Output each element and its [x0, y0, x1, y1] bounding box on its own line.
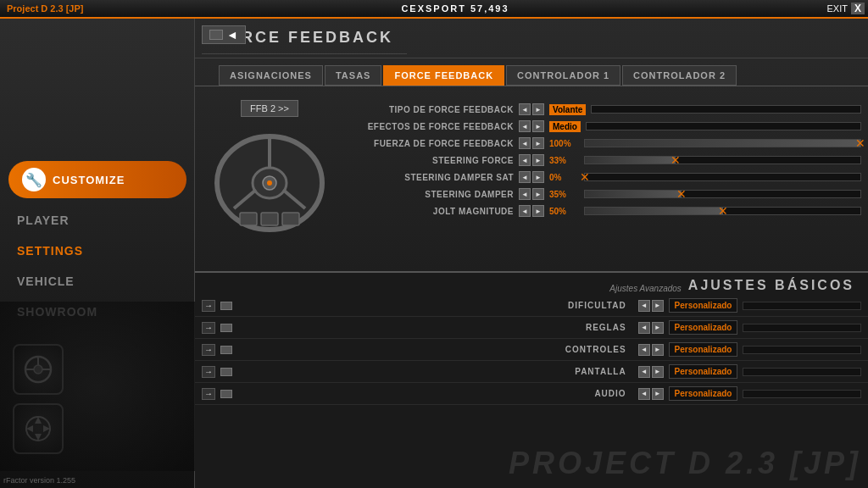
- slider-label-efectos: EFECTOS DE FORCE FEEDBACK: [344, 122, 514, 131]
- controles-right[interactable]: ►: [652, 344, 664, 356]
- customize-label: CUSTOMIZE: [53, 174, 125, 186]
- tab-asignaciones[interactable]: ASIGNACIONES: [219, 65, 323, 86]
- audio-left[interactable]: ◄: [638, 388, 650, 400]
- project-d-watermark: PROJECT D 2.3 [JP]: [509, 446, 861, 481]
- ajustes-arrows-audio: ◄ ►: [638, 388, 664, 400]
- app-title: Project D 2.3 [JP]: [0, 3, 83, 14]
- slider-row-tipo: TIPO DE FORCE FEEDBACK ◄ ► Volante: [344, 103, 861, 115]
- controles-left[interactable]: ◄: [638, 344, 650, 356]
- steering-visual: FFB 2 >>: [202, 100, 337, 244]
- exit-area: EXIT X: [827, 3, 868, 14]
- tab-tasas[interactable]: TASAS: [325, 65, 381, 86]
- exit-button[interactable]: EXIT: [827, 3, 848, 14]
- slider-value-dampersat: 0%: [549, 173, 579, 182]
- sidebar-item-player[interactable]: PLAYER: [0, 205, 195, 236]
- ajustes-arrow-btn-controles[interactable]: →: [202, 344, 215, 356]
- sidebar-item-settings[interactable]: SETTINGS: [0, 236, 195, 266]
- tab-controlador1[interactable]: CONTROLADOR 1: [506, 65, 620, 86]
- pantalla-left[interactable]: ◄: [638, 366, 650, 378]
- back-icon: [209, 30, 223, 40]
- ajustes-icon-dificultad: [220, 302, 232, 310]
- ajustes-label-reglas: REGLAS: [237, 323, 633, 332]
- ajustes-arrows-reglas: ◄ ►: [638, 322, 664, 334]
- slider-row-fuerza: FUERZA DE FORCE FEEDBACK ◄ ► 100% ✕: [344, 137, 861, 149]
- ajustes-arrow-btn-dificultad[interactable]: →: [202, 300, 215, 312]
- version-label: rFactor version 1.255: [3, 476, 75, 485]
- svg-rect-19: [282, 213, 299, 225]
- slider-handle-damper: ✕: [676, 187, 687, 201]
- arrow-right-steering[interactable]: ►: [532, 154, 544, 166]
- tab-controlador2[interactable]: CONTROLADOR 2: [622, 65, 737, 86]
- arrow-left-damper[interactable]: ◄: [519, 188, 531, 200]
- reglas-left[interactable]: ◄: [638, 322, 650, 334]
- slider-arrows-tipo: ◄ ►: [519, 103, 544, 115]
- ajustes-arrow-btn-pantalla[interactable]: →: [202, 366, 215, 378]
- pantalla-right[interactable]: ►: [652, 366, 664, 378]
- sidebar-item-customize[interactable]: 🔧 CUSTOMIZE: [8, 161, 186, 198]
- ajustes-row-reglas: → REGLAS ◄ ► Personalizado: [195, 317, 868, 339]
- arrow-left-steering[interactable]: ◄: [519, 154, 531, 166]
- ajustes-spacer-controles: [743, 346, 861, 354]
- score-display: CEXSPORT 57,493: [401, 3, 509, 14]
- slider-label-steering: STEERING FORCE: [344, 156, 514, 165]
- arrow-right-fuerza[interactable]: ►: [532, 137, 544, 149]
- arrow-right-tipo[interactable]: ►: [532, 103, 544, 115]
- slider-row-jolt: JOLT MAGNITUDE ◄ ► 50% ✕: [344, 205, 861, 217]
- slider-handle-steering: ✕: [670, 153, 681, 167]
- ajustes-arrow-btn-reglas[interactable]: →: [202, 322, 215, 334]
- arrow-right-jolt[interactable]: ►: [532, 205, 544, 217]
- slider-row-steering: STEERING FORCE ◄ ► 33% ✕: [344, 154, 861, 166]
- ajustes-label-audio: AUDIO: [237, 389, 633, 398]
- audio-right[interactable]: ►: [652, 388, 664, 400]
- ffb-label-button[interactable]: FFB 2 >>: [241, 100, 298, 117]
- ajustes-row-controles: → CONTROLES ◄ ► Personalizado: [195, 339, 868, 361]
- slider-track-damper[interactable]: ✕: [584, 190, 861, 198]
- slider-value-efectos: Medio: [549, 121, 581, 132]
- slider-label-damper: STEERING DAMPER: [344, 190, 514, 199]
- back-button[interactable]: ◄: [202, 25, 246, 44]
- ajustes-arrow-btn-audio[interactable]: →: [202, 388, 215, 400]
- arrow-right-efectos[interactable]: ►: [532, 120, 544, 132]
- ajustes-label-pantalla: PANTALLA: [237, 367, 633, 376]
- slider-arrows-damper: ◄ ►: [519, 188, 544, 200]
- tabs-bar: ASIGNACIONES TASAS FORCE FEEDBACK CONTRO…: [195, 58, 868, 86]
- ajustes-subtitle: Ajustes Avanzados: [609, 284, 682, 293]
- slider-value-jolt: 50%: [549, 207, 579, 216]
- ajustes-icon-audio: [220, 390, 232, 398]
- ajustes-value-dificultad: Personalizado: [669, 298, 738, 313]
- dificultad-right[interactable]: ►: [652, 300, 664, 312]
- slider-track-jolt[interactable]: ✕: [584, 207, 861, 215]
- slider-label-dampersat: STEERING DAMPER SAT: [344, 173, 514, 182]
- slider-track-fuerza[interactable]: ✕: [584, 139, 861, 147]
- ajustes-row-audio: → AUDIO ◄ ► Personalizado: [195, 383, 868, 405]
- arrow-left-fuerza[interactable]: ◄: [519, 137, 531, 149]
- slider-track-steering[interactable]: ✕: [584, 156, 861, 164]
- close-button[interactable]: X: [851, 3, 865, 14]
- slider-value-fuerza: 100%: [549, 139, 579, 148]
- ajustes-arrows-pantalla: ◄ ►: [638, 366, 664, 378]
- sidebar-item-vehicle[interactable]: VEHICLE: [0, 266, 195, 297]
- slider-track-dampersat[interactable]: ✕: [584, 173, 861, 181]
- slider-row-efectos: EFECTOS DE FORCE FEEDBACK ◄ ► Medio: [344, 120, 861, 132]
- arrow-left-tipo[interactable]: ◄: [519, 103, 531, 115]
- reglas-right[interactable]: ►: [652, 322, 664, 334]
- arrow-left-jolt[interactable]: ◄: [519, 205, 531, 217]
- arrow-left-dampersat[interactable]: ◄: [519, 171, 531, 183]
- ajustes-icon-controles: [220, 346, 232, 354]
- ajustes-row-dificultad: → DIFICULTAD ◄ ► Personalizado: [195, 295, 868, 317]
- dificultad-left[interactable]: ◄: [638, 300, 650, 312]
- sidebar-background: [0, 302, 195, 471]
- svg-rect-17: [240, 213, 257, 225]
- ajustes-icon-pantalla: [220, 368, 232, 376]
- steering-wheel-svg: [210, 124, 329, 242]
- ajustes-title: AJUSTES BÁSICOS: [688, 278, 854, 293]
- slider-row-damper: STEERING DAMPER ◄ ► 35% ✕: [344, 188, 861, 200]
- arrow-right-damper[interactable]: ►: [532, 188, 544, 200]
- arrow-left-efectos[interactable]: ◄: [519, 120, 531, 132]
- arrow-right-dampersat[interactable]: ►: [532, 171, 544, 183]
- ajustes-spacer-audio: [743, 390, 861, 398]
- ajustes-value-controles: Personalizado: [669, 342, 738, 357]
- ajustes-section: Ajustes Avanzados AJUSTES BÁSICOS → DIFI…: [195, 273, 868, 488]
- tab-force-feedback[interactable]: FORCE FEEDBACK: [383, 65, 504, 86]
- ajustes-value-reglas: Personalizado: [669, 320, 738, 335]
